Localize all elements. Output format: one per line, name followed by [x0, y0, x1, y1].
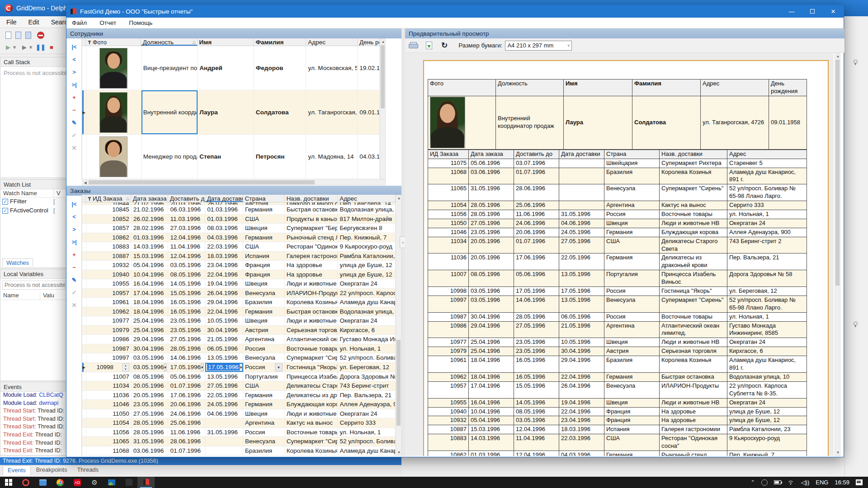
- order-row[interactable]: 1085226.02.199611.03.199601.03.1996СШАПр…: [82, 215, 396, 224]
- order-row[interactable]: 1094010.04.199608.05.199622.04.1996Франц…: [82, 270, 396, 280]
- wifi-icon[interactable]: [788, 480, 795, 485]
- employees-grid[interactable]: ФотоДолжностьИмяФамилияАдресДень рож Виц…: [82, 38, 380, 179]
- next-record-button[interactable]: >: [66, 66, 82, 77]
- scroll-down-icon[interactable]: ▼: [835, 450, 841, 455]
- events-header[interactable]: Events: [0, 382, 67, 392]
- edit-record-button[interactable]: ✎: [66, 117, 82, 128]
- cell-editor[interactable]: 17.05.1996: [170, 364, 201, 371]
- speaker-icon[interactable]: ◁)): [801, 479, 810, 486]
- event-row[interactable]: Thread Start: Thread ID:: [0, 408, 67, 416]
- first-record-button[interactable]: |<: [66, 41, 82, 52]
- checkbox-checked-icon[interactable]: ✓: [2, 199, 8, 205]
- taskbar-app-anydesk[interactable]: AD: [69, 477, 86, 488]
- orders-column-header[interactable]: ИД Заказа: [86, 195, 131, 202]
- order-row[interactable]: 1095717.04.199615.05.199626.04.1996Венес…: [82, 289, 396, 298]
- notification-icon[interactable]: [856, 479, 863, 485]
- orders-column-header[interactable]: Назв. доставки: [284, 195, 338, 202]
- order-row[interactable]: 1088715.03.199612.04.199618.03.1996Испан…: [82, 252, 396, 261]
- cancel-record-button[interactable]: ✕: [66, 300, 82, 310]
- order-row[interactable]: 1097725.04.199623.05.199610.05.1996Швеци…: [82, 316, 396, 326]
- scroll-up-icon[interactable]: ▲: [835, 53, 841, 59]
- print-icon[interactable]: [409, 42, 418, 49]
- run-without-debug-button[interactable]: ▶: [20, 42, 29, 52]
- orders-column-header[interactable]: Адрес: [338, 195, 396, 202]
- order-row[interactable]: 1103620.05.199617.06.199622.05.1996Герма…: [82, 391, 396, 400]
- dropdown-button[interactable]: ▾: [275, 363, 283, 371]
- order-row[interactable]: 1096218.04.199616.05.199622.04.1996Герма…: [82, 307, 396, 317]
- run-button[interactable]: ▶: [4, 42, 13, 52]
- ide-tab-threads[interactable]: Threads: [72, 465, 103, 475]
- insert-record-button[interactable]: +: [66, 92, 82, 103]
- minimize-button[interactable]: —: [781, 5, 802, 18]
- order-row[interactable]: 1084521.02.199606.03.199601.03.1996Герма…: [82, 205, 396, 215]
- employees-vscrollbar[interactable]: ▲: [380, 38, 386, 179]
- ide-menu-item-file[interactable]: File: [6, 19, 17, 26]
- employees-column-header[interactable]: День рож: [358, 38, 380, 46]
- order-row[interactable]: 1100708.05.199605.06.199613.05.1996Порту…: [82, 372, 396, 382]
- order-row[interactable]: 1097925.04.199623.05.199630.04.1996Австр…: [82, 326, 396, 335]
- taskbar-app-chrome[interactable]: [52, 477, 69, 488]
- order-row[interactable]: 1099703.05.199614.06.199613.05.1996Венес…: [82, 353, 396, 363]
- cell-editor[interactable]: Россия: [245, 364, 265, 371]
- last-record-button[interactable]: >|: [66, 236, 82, 247]
- employees-column-header[interactable]: Должность: [141, 38, 198, 46]
- order-row[interactable]: 1104623.05.199620.06.199624.05.1996Герма…: [82, 400, 396, 409]
- scroll-left-icon[interactable]: ◀: [82, 180, 88, 186]
- taskbar-app-files[interactable]: [34, 477, 52, 488]
- event-row[interactable]: Thread Exit: Thread ID:: [0, 440, 67, 448]
- run-dropdown[interactable]: ▾: [12, 42, 17, 52]
- order-row[interactable]: 1088314.03.199611.04.199622.03.1996СШАРе…: [82, 242, 396, 252]
- employees-column-header[interactable]: Фото: [86, 38, 141, 46]
- orders-column-header[interactable]: Дата заказа: [131, 195, 168, 202]
- close-button[interactable]: ✕: [823, 5, 844, 18]
- preview-area[interactable]: ФотоДолжностьИмяФамилияАдресДень рождени…: [405, 53, 834, 456]
- clock[interactable]: 16:59: [835, 479, 849, 486]
- filter-funnel-icon[interactable]: [88, 40, 92, 44]
- cancel-record-button[interactable]: ✕: [66, 142, 82, 153]
- open-file-icon[interactable]: [14, 31, 23, 40]
- event-row[interactable]: Module Load: dwmapi: [0, 400, 67, 408]
- order-row[interactable]: 1096118.04.199616.05.199629.04.1996Брази…: [82, 298, 396, 307]
- watch-row[interactable]: ✓FActiveControl[: [0, 207, 67, 216]
- delete-record-button[interactable]: −: [66, 104, 82, 115]
- filter-funnel-icon[interactable]: [88, 197, 92, 201]
- spinner-control[interactable]: ▲▼: [122, 363, 129, 371]
- order-row[interactable]: 1105628.05.199611.06.199631.05.1996Росси…: [82, 428, 396, 437]
- employees-hscrollbar[interactable]: ◀: [82, 179, 386, 185]
- app-menu-item[interactable]: Отчет: [99, 19, 116, 26]
- tray-app-icon[interactable]: [761, 479, 768, 486]
- event-row[interactable]: Thread Exit: Thread ID:: [0, 447, 67, 454]
- scroll-up-icon[interactable]: ▲: [380, 39, 386, 45]
- stop-button[interactable]: ■: [47, 42, 56, 52]
- watches-tab[interactable]: Watches: [2, 258, 33, 267]
- order-row[interactable]: 1105027.05.199624.06.199604.06.1996Швеци…: [82, 409, 396, 419]
- order-row[interactable]: ▶10998▲▼03.05.1996▾17.05.1996▾17.05.1996…: [82, 363, 396, 372]
- checkbox-checked-icon[interactable]: ✓: [2, 208, 8, 214]
- order-row[interactable]: 1095516.04.199614.05.199619.04.1996Швеци…: [82, 279, 396, 289]
- pushpin-icon[interactable]: [853, 322, 858, 326]
- battery-icon[interactable]: [774, 480, 781, 484]
- call-stack-header[interactable]: Call Stack: [0, 57, 67, 67]
- local-variables-header[interactable]: Local Variables: [0, 269, 67, 279]
- start-button[interactable]: [0, 477, 17, 488]
- order-row[interactable]: 1086201.03.199612.04.199604.03.1996Герма…: [82, 233, 396, 243]
- maximize-button[interactable]: [802, 5, 823, 18]
- orders-column-header[interactable]: Страна: [243, 195, 285, 202]
- post-record-button[interactable]: ✓: [66, 130, 82, 141]
- taskbar-app-fastgrid-active[interactable]: [137, 477, 155, 488]
- taskbar-app-opera[interactable]: [17, 477, 34, 488]
- taskbar-app-settings[interactable]: ⚙: [86, 477, 103, 488]
- first-record-button[interactable]: |<: [66, 198, 82, 209]
- employees-column-header[interactable]: Имя: [198, 38, 254, 46]
- event-row[interactable]: Thread Exit: Thread ID:: [0, 432, 67, 440]
- run2-dropdown[interactable]: ▾: [28, 42, 33, 52]
- watch-row[interactable]: ✓FFilter[: [0, 198, 67, 207]
- ide-menu-item-edit[interactable]: Edit: [28, 19, 39, 26]
- event-row[interactable]: Thread Start: Thread ID:: [0, 416, 67, 424]
- pushpin-icon[interactable]: [853, 60, 858, 64]
- event-row[interactable]: Module Load: CLBCatQ: [0, 392, 67, 400]
- dropdown-button[interactable]: ▾: [164, 363, 167, 371]
- app-titlebar[interactable]: FastGrid Демо - ООО "Быстрые отчеты" — ✕: [66, 5, 844, 18]
- new-file-icon[interactable]: [4, 31, 13, 40]
- pause-button[interactable]: ❚❚: [36, 42, 45, 52]
